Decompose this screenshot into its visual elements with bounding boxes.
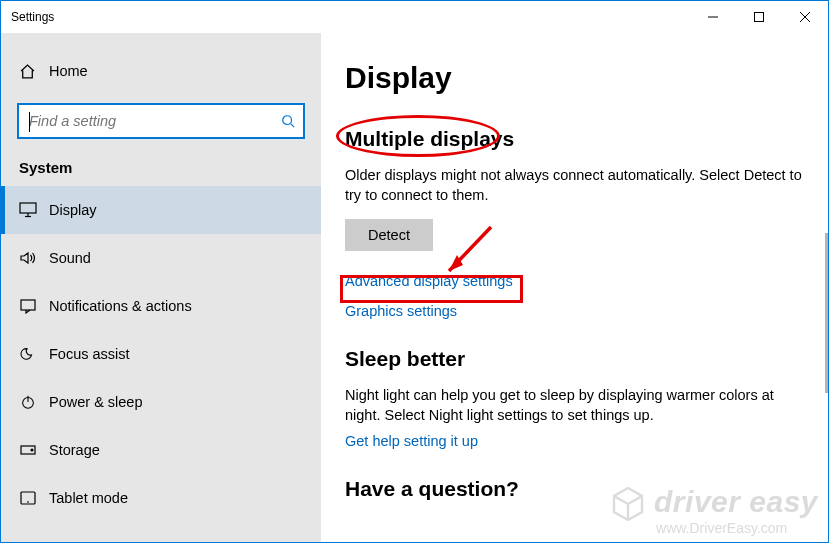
multiple-displays-description: Older displays might not always connect … — [345, 165, 805, 205]
svg-rect-9 — [21, 300, 35, 310]
sidebar-nav: Display Sound Notifications & actions — [1, 186, 321, 522]
detect-button[interactable]: Detect — [345, 219, 433, 251]
search-box[interactable] — [17, 103, 305, 139]
minimize-button[interactable] — [690, 1, 736, 33]
maximize-button[interactable] — [736, 1, 782, 33]
page-title: Display — [345, 61, 808, 95]
svg-rect-6 — [20, 203, 36, 213]
sound-icon — [19, 250, 49, 266]
home-row[interactable]: Home — [1, 47, 321, 95]
sidebar-item-label: Tablet mode — [49, 490, 128, 506]
watermark-cube-icon — [608, 484, 648, 524]
sidebar-item-label: Sound — [49, 250, 91, 266]
sidebar-item-storage[interactable]: Storage — [1, 426, 321, 474]
close-button[interactable] — [782, 1, 828, 33]
sidebar-item-notifications[interactable]: Notifications & actions — [1, 282, 321, 330]
sidebar-item-label: Focus assist — [49, 346, 130, 362]
storage-icon — [19, 442, 49, 458]
svg-point-4 — [283, 116, 292, 125]
tablet-icon — [19, 490, 49, 506]
svg-point-13 — [31, 449, 33, 451]
sleep-better-heading: Sleep better — [345, 347, 808, 371]
sidebar-item-label: Storage — [49, 442, 100, 458]
search-icon — [281, 114, 295, 128]
sidebar-item-display[interactable]: Display — [1, 186, 321, 234]
title-bar: Settings — [1, 1, 828, 33]
sidebar-item-label: Notifications & actions — [49, 298, 192, 314]
graphics-settings-link[interactable]: Graphics settings — [345, 303, 808, 319]
sidebar-item-power-sleep[interactable]: Power & sleep — [1, 378, 321, 426]
sidebar-item-label: Display — [49, 202, 97, 218]
text-caret — [29, 112, 30, 132]
sleep-better-help-link[interactable]: Get help setting it up — [345, 433, 808, 449]
watermark-text: driver easy — [654, 485, 818, 518]
advanced-display-settings-link[interactable]: Advanced display settings — [345, 273, 808, 289]
scrollbar[interactable] — [825, 233, 828, 393]
window-controls — [690, 1, 828, 33]
sidebar-section-heading: System — [1, 153, 321, 186]
home-label: Home — [49, 63, 88, 79]
sidebar: Home System Display — [1, 33, 321, 542]
sidebar-item-label: Power & sleep — [49, 394, 143, 410]
window-title: Settings — [1, 10, 54, 24]
sidebar-item-sound[interactable]: Sound — [1, 234, 321, 282]
watermark: driver easy www.DriverEasy.com — [608, 484, 818, 536]
notifications-icon — [19, 298, 49, 314]
home-icon — [19, 63, 49, 80]
svg-line-5 — [291, 124, 295, 128]
display-icon — [19, 202, 49, 218]
sleep-better-description: Night light can help you get to sleep by… — [345, 385, 805, 425]
svg-rect-1 — [755, 13, 764, 22]
sidebar-item-tablet-mode[interactable]: Tablet mode — [1, 474, 321, 522]
search-input[interactable] — [27, 113, 281, 129]
focus-assist-icon — [19, 346, 49, 362]
sidebar-item-focus-assist[interactable]: Focus assist — [1, 330, 321, 378]
main-content: Display Multiple displays Older displays… — [321, 33, 828, 542]
power-icon — [19, 394, 49, 410]
multiple-displays-heading: Multiple displays — [345, 127, 514, 151]
